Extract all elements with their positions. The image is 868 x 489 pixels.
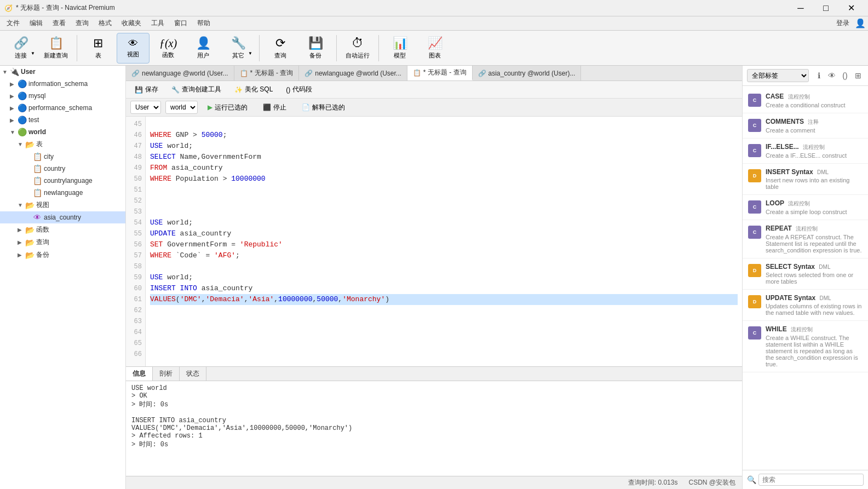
chart-button[interactable]: 📈 图表 bbox=[418, 33, 451, 64]
function-button[interactable]: ƒ(x) 函数 bbox=[152, 33, 185, 64]
beautify-icon: ✨ bbox=[234, 86, 243, 94]
editor-container: 45464748 49505152 53545556 57585960 6162… bbox=[126, 117, 742, 476]
explain-button[interactable]: 📄 解释已选的 bbox=[296, 101, 350, 114]
snippet-ifelse-icon: C bbox=[748, 144, 761, 157]
grid-icon[interactable]: ⊞ bbox=[853, 70, 864, 81]
separator-3 bbox=[336, 35, 337, 61]
user-icon: 👤 bbox=[196, 36, 211, 50]
sidebar-item-country[interactable]: 📋 country bbox=[0, 163, 125, 175]
sidebar-item-mysql[interactable]: ▶ 🔵 mysql bbox=[0, 90, 125, 102]
minimize-button[interactable]: ─ bbox=[788, 0, 813, 16]
code-icon[interactable]: () bbox=[840, 70, 850, 81]
sidebar-item-queries-category[interactable]: ▶ 📂 查询 bbox=[0, 236, 125, 249]
new-query-button[interactable]: 📋 新建查询 bbox=[39, 33, 72, 64]
stop-button[interactable]: ⬛ 停止 bbox=[257, 101, 292, 114]
run-selected-button[interactable]: ▶ 运行已选的 bbox=[202, 101, 253, 114]
snippet-ifelse[interactable]: C IF...ELSE... 流程控制 Create a IF...ELSE..… bbox=[743, 139, 868, 164]
beautify-sql-button[interactable]: ✨ 美化 SQL bbox=[230, 83, 277, 96]
tab-status[interactable]: 状态 bbox=[180, 367, 206, 381]
menu-tools[interactable]: 工具 bbox=[147, 18, 169, 29]
close-button[interactable]: ✕ bbox=[838, 0, 864, 16]
sidebar-item-user[interactable]: ▼ 🔌 User bbox=[0, 66, 125, 78]
menu-view[interactable]: 查看 bbox=[48, 18, 70, 29]
toggle-icon: ▶ bbox=[18, 252, 25, 258]
snippet-loop[interactable]: C LOOP 流程控制 Create a simple loop constru… bbox=[743, 195, 868, 220]
snippet-search-input[interactable] bbox=[758, 474, 864, 486]
sidebar-item-backups-category[interactable]: ▶ 📂 备份 bbox=[0, 249, 125, 261]
snippet-repeat[interactable]: C REPEAT 流程控制 Create A REPEAT construct.… bbox=[743, 220, 868, 258]
tab-newlanguage-2[interactable]: 🔗 newlanguage @world (User... bbox=[299, 66, 407, 80]
tab-info[interactable]: 信息 bbox=[126, 367, 153, 381]
snippet-update[interactable]: D UPDATE Syntax DML Updates columns of e… bbox=[743, 290, 868, 321]
tab-newlanguage-1[interactable]: 🔗 newlanguage @world (User... bbox=[126, 66, 234, 80]
other-label: 其它 bbox=[232, 51, 244, 60]
snippet-loop-icon: C bbox=[748, 200, 761, 214]
toggle-icon: ▶ bbox=[10, 93, 18, 99]
backup-button[interactable]: 💾 备份 bbox=[299, 33, 332, 64]
model-icon: 📊 bbox=[393, 36, 407, 50]
menu-query[interactable]: 查询 bbox=[71, 18, 93, 29]
tab-profile[interactable]: 剖析 bbox=[153, 367, 180, 381]
menu-edit[interactable]: 编辑 bbox=[25, 18, 47, 29]
sidebar-item-world[interactable]: ▼ 🟢 world bbox=[0, 126, 125, 138]
connection-select[interactable]: User bbox=[130, 101, 161, 114]
sidebar-item-performance-schema[interactable]: ▶ 🔵 performance_schema bbox=[0, 102, 125, 114]
info-icon[interactable]: ℹ bbox=[813, 70, 824, 81]
view-button[interactable]: 👁 视图 bbox=[117, 33, 150, 64]
sidebar-item-information-schema[interactable]: ▶ 🔵 information_schema bbox=[0, 78, 125, 90]
sidebar-item-functions-category[interactable]: ▶ 📂 函数 bbox=[0, 223, 125, 236]
database-select[interactable]: world bbox=[165, 101, 198, 114]
sidebar-item-views-category[interactable]: ▼ 📂 视图 bbox=[0, 199, 125, 211]
query-button[interactable]: ⟳ 查询 bbox=[264, 33, 297, 64]
tab-untitled-1[interactable]: 📋 * 无标题 - 查询 bbox=[234, 66, 300, 80]
menu-window[interactable]: 窗口 bbox=[170, 18, 192, 29]
save-button[interactable]: 💾 保存 bbox=[130, 83, 163, 96]
tag-filter-select[interactable]: 全部标签 bbox=[747, 69, 809, 82]
connect-button[interactable]: 🔗 连接 ▼ bbox=[4, 33, 37, 64]
eye-icon[interactable]: 👁 bbox=[826, 70, 837, 81]
connection-icon: 🔌 bbox=[10, 67, 19, 76]
menu-format[interactable]: 格式 bbox=[94, 18, 116, 29]
sql-editor[interactable]: 45464748 49505152 53545556 57585960 6162… bbox=[126, 117, 742, 366]
function-label: 函数 bbox=[162, 51, 174, 59]
sidebar-item-test[interactable]: ▶ 🔵 test bbox=[0, 114, 125, 126]
tab-query-active-icon: 📋 bbox=[413, 69, 421, 77]
snippet-select[interactable]: D SELECT Syntax DML Select rows selected… bbox=[743, 258, 868, 290]
output-line: > OK bbox=[131, 392, 737, 400]
snippet-case[interactable]: C CASE 流程控制 Create a conditional constru… bbox=[743, 88, 868, 113]
snippet-insert[interactable]: D INSERT Syntax DML Insert new rows into… bbox=[743, 164, 868, 195]
user-avatar[interactable]: 👤 bbox=[855, 18, 866, 28]
tab-asia-country[interactable]: 🔗 asia_country @world (User)... bbox=[473, 66, 582, 80]
footer-text: CSDN @安装包 bbox=[688, 478, 735, 487]
user-button[interactable]: 👤 用户 bbox=[187, 33, 220, 64]
sidebar-item-asia-country[interactable]: 👁 asia_country bbox=[0, 211, 125, 223]
menu-file[interactable]: 文件 bbox=[2, 18, 24, 29]
autorun-button[interactable]: ⏱ 自动运行 bbox=[341, 33, 374, 64]
menu-help[interactable]: 帮助 bbox=[193, 18, 215, 29]
view-icon: 👁 bbox=[33, 213, 42, 222]
sidebar-item-newlanguage[interactable]: 📋 newlanguage bbox=[0, 187, 125, 199]
output-line: INSERT INTO asia_country bbox=[131, 417, 737, 424]
title-bar: 🧭 * 无标题 - 查询 - Navicat Premium ─ □ ✕ bbox=[0, 0, 868, 16]
snippet-comments[interactable]: C COMMENTS 注释 Create a comment bbox=[743, 113, 868, 139]
search-icon: 🔍 bbox=[747, 475, 756, 484]
sidebar-item-city[interactable]: 📋 city bbox=[0, 151, 125, 163]
toggle-icon: ▼ bbox=[18, 202, 25, 208]
snippet-while[interactable]: C WHILE 流程控制 Create a WHILE construct. T… bbox=[743, 321, 868, 372]
other-button[interactable]: 🔧 其它 ▼ bbox=[222, 33, 255, 64]
tab-untitled-active[interactable]: 📋 * 无标题 - 查询 bbox=[407, 66, 473, 80]
query-create-tool-button[interactable]: 🔧 查询创建工具 bbox=[167, 83, 226, 96]
snippet-button[interactable]: () 代码段 bbox=[281, 83, 317, 96]
login-button[interactable]: 登录 bbox=[832, 16, 854, 30]
separator-4 bbox=[378, 35, 379, 61]
toggle-icon: ▶ bbox=[18, 227, 25, 233]
menu-favorites[interactable]: 收藏夹 bbox=[117, 18, 146, 29]
separator-2 bbox=[259, 35, 260, 61]
table-button[interactable]: ⊞ 表 bbox=[82, 33, 114, 64]
sidebar-item-tables-category[interactable]: ▼ 📂 表 bbox=[0, 138, 125, 151]
code-content[interactable]: WHERE GNP > 50000; USE world; SELECT Nam… bbox=[146, 117, 742, 366]
table-icon: 📋 bbox=[33, 164, 42, 173]
maximize-button[interactable]: □ bbox=[813, 0, 838, 16]
sidebar-item-countrylanguage[interactable]: 📋 countrylanguage bbox=[0, 175, 125, 187]
model-button[interactable]: 📊 模型 bbox=[383, 33, 416, 64]
